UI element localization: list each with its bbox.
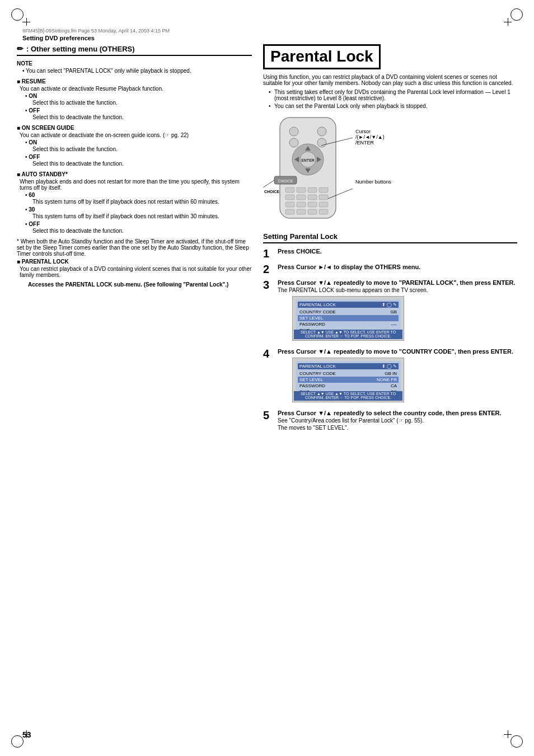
- step-4-content: Press Cursor ▼/▲ repeatedly to move to "…: [278, 348, 513, 405]
- parental-lock-bold-text: Accesses the PARENTAL LOCK sub-menu. (Se…: [28, 281, 228, 288]
- note-label: NOTE: [17, 60, 252, 67]
- cursor-label: Cursor: [355, 129, 385, 134]
- step-4-text: Press Cursor ▼/▲ repeatedly to move to "…: [278, 348, 513, 355]
- svg-rect-19: [297, 195, 306, 200]
- osg-ref: (☞ pg. 22): [163, 132, 189, 138]
- resume-on-label: ON: [29, 93, 37, 99]
- cursor-sub-label: /(►/◄/▼/▲): [355, 134, 385, 140]
- note-content: You can select "PARENTAL LOCK" only whil…: [26, 68, 191, 74]
- osd-row-2-2-label: PASSWORD: [299, 383, 325, 388]
- step-3-desc: The PARENTAL LOCK sub-menu appears on th…: [278, 287, 516, 293]
- remote-image: ENTER CHOICE: [263, 115, 353, 228]
- left-section-title-text: : Other setting menu (OTHERS): [26, 45, 135, 53]
- osd-bottom-1: SELECT ▲▼ USE ▲▼ TO SELECT, USE ENTER TO…: [294, 330, 402, 339]
- osg-desc-text: You can activate or deactivate the on-sc…: [20, 132, 161, 138]
- osg-on-item: ON: [25, 139, 252, 145]
- svg-rect-27: [297, 209, 306, 214]
- remote-svg: ENTER CHOICE: [263, 115, 353, 227]
- step-5: 5 Press Cursor ▼/▲ repeatedly to select …: [263, 410, 517, 431]
- header: IIFM45[B]-09Settings.fm Page 53 Monday, …: [17, 28, 517, 41]
- parental-bullet-2: You can set the Parental Lock only when …: [269, 103, 517, 109]
- osd-row-2-0-val: GB IN: [385, 371, 397, 376]
- resume-desc: You can activate or deactivate Resume Pl…: [17, 86, 252, 92]
- parental-bullet-1: This setting takes effect only for DVDs …: [269, 89, 517, 101]
- svg-rect-23: [297, 202, 306, 207]
- svg-text:CHOICE: CHOICE: [264, 190, 280, 194]
- parental-intro: Using this function, you can restrict pl…: [263, 74, 517, 86]
- crosshair-br: [504, 730, 512, 738]
- svg-rect-14: [285, 187, 294, 192]
- osd-inner-2: PARENTAL LOCK ⬆ ◯ ✎ COUNTRY CODE GB IN S…: [296, 361, 401, 395]
- svg-rect-21: [319, 195, 328, 200]
- osd-row-2-1-val: NONE FR: [377, 377, 397, 382]
- svg-rect-18: [285, 195, 294, 200]
- step-4-num: 4: [263, 348, 274, 405]
- svg-point-4: [317, 138, 326, 147]
- auto-standby-desc: When playback ends and does not restart …: [17, 179, 252, 191]
- step-1: 1 Press CHOICE.: [263, 248, 517, 259]
- step-1-text: Press CHOICE.: [278, 248, 322, 255]
- step-4: 4 Press Cursor ▼/▲ repeatedly to move to…: [263, 348, 517, 405]
- svg-rect-16: [308, 187, 317, 192]
- osg-title: ON SCREEN GUIDE: [17, 125, 252, 131]
- svg-rect-24: [308, 202, 317, 207]
- step-2: 2 Press Cursor ►/◄ to display the OTHERS…: [263, 264, 517, 275]
- svg-rect-20: [308, 195, 317, 200]
- number-buttons-text: Number buttons: [355, 179, 391, 185]
- osd-image-2: PARENTAL LOCK ⬆ ◯ ✎ COUNTRY CODE GB IN S…: [292, 358, 404, 402]
- left-section-title: ✏ : Other setting menu (OTHERS): [17, 44, 252, 56]
- osd-title-1: PARENTAL LOCK: [299, 302, 336, 307]
- step-3-text: Press Cursor ▼/▲ repeatedly to move to "…: [278, 279, 516, 286]
- as-60-label: 60: [29, 192, 35, 198]
- footnote: * When both the Auto Standby function an…: [17, 238, 252, 257]
- resume-title: RESUME: [17, 78, 252, 84]
- step-5-desc2: The moves to "SET LEVEL".: [278, 425, 502, 431]
- parental-lock-bold-note: Accesses the PARENTAL LOCK sub-menu. (Se…: [28, 281, 252, 288]
- note-text: • You can select "PARENTAL LOCK" only wh…: [17, 68, 252, 74]
- osg-section: ON SCREEN GUIDE You can activate or deac…: [17, 125, 252, 167]
- svg-point-3: [289, 138, 298, 147]
- step-3-num: 3: [263, 279, 274, 344]
- crosshair-tr: [504, 18, 512, 26]
- osd-row-1-1-label: SET LEVEL: [299, 316, 324, 321]
- resume-off-label: OFF: [29, 107, 40, 114]
- pencil-icon: ✏: [17, 44, 24, 53]
- parental-lock-left-desc: You can restrict playback of a DVD conta…: [17, 266, 252, 278]
- svg-rect-25: [319, 202, 328, 207]
- osg-on-label: ON: [29, 139, 37, 145]
- as-off-item: OFF: [25, 221, 252, 227]
- svg-rect-15: [297, 187, 306, 192]
- svg-text:ENTER: ENTER: [301, 158, 315, 162]
- osd-inner-1: PARENTAL LOCK ⬆ ◯ ✎ COUNTRY CODE GB SET …: [296, 299, 401, 333]
- as-off-label: OFF: [29, 221, 40, 227]
- step-2-text: Press Cursor ►/◄ to display the OTHERS m…: [278, 264, 420, 270]
- osd-icons-2: ⬆ ◯ ✎: [382, 364, 397, 369]
- osg-on-desc: Select this to activate the function.: [32, 146, 252, 152]
- page-number: 53: [22, 730, 31, 739]
- resume-on-desc: Select this to activate the function.: [32, 100, 252, 106]
- step-2-num: 2: [263, 264, 274, 275]
- osd-title-bar-2: PARENTAL LOCK ⬆ ◯ ✎: [298, 363, 399, 369]
- osd-row-2-1: SET LEVEL NONE FR: [298, 377, 399, 383]
- main-layout: ✏ : Other setting menu (OTHERS) NOTE • Y…: [17, 44, 517, 435]
- osd-title-bar-1: PARENTAL LOCK ⬆ ◯ ✎: [298, 302, 399, 308]
- cursor-label-group: Cursor /(►/◄/▼/▲) /ENTER: [355, 129, 385, 145]
- parental-bullet-1-text: This setting takes effect only for DVDs …: [274, 89, 510, 101]
- resume-off-desc: Select this to deactivate the function.: [32, 114, 252, 120]
- svg-point-2: [317, 127, 326, 136]
- svg-rect-22: [285, 202, 294, 207]
- osd-row-1-0: COUNTRY CODE GB: [298, 309, 399, 315]
- osd-bottom-2: SELECT ▲▼ USE ▲▼ TO SELECT, USE ENTER TO…: [294, 391, 402, 401]
- parental-lock-left-title: PARENTAL LOCK: [17, 259, 252, 265]
- osd-row-1-2: PASSWORD ----: [298, 321, 399, 327]
- osd-row-1-0-label: COUNTRY CODE: [299, 309, 336, 314]
- step-1-num: 1: [263, 248, 274, 259]
- cursor-enter-label: /ENTER: [355, 140, 385, 145]
- svg-rect-29: [319, 209, 328, 214]
- right-column: Parental Lock Using this function, you c…: [263, 44, 517, 435]
- number-buttons-label: Number buttons: [355, 179, 391, 185]
- step-1-content: Press CHOICE.: [278, 248, 322, 259]
- osg-off-desc: Select this to deactivate the function.: [32, 161, 252, 167]
- cursor-sub-text: /(►/◄/▼/▲): [355, 134, 385, 140]
- auto-standby-title: AUTO STANDBY*: [17, 171, 252, 177]
